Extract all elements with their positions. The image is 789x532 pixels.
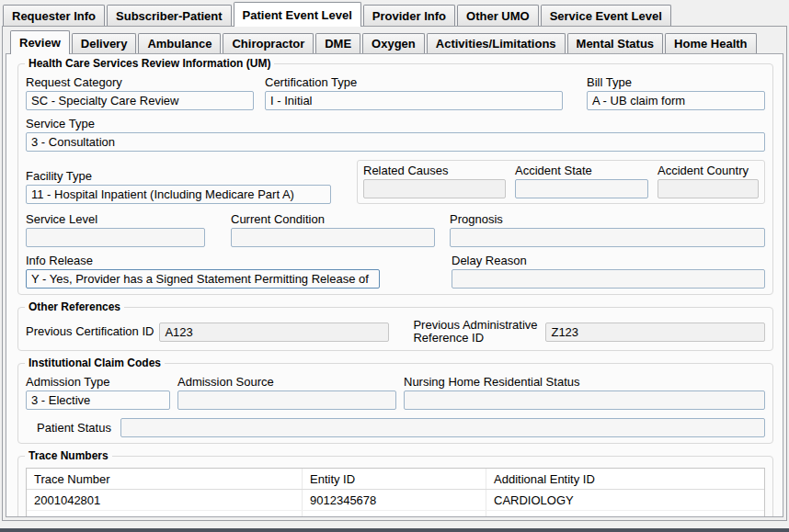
patient-status-input[interactable]: [120, 418, 765, 437]
tab-dme[interactable]: DME: [315, 33, 360, 53]
facility-type-label: Facility Type: [26, 169, 331, 183]
bill-type-label: Bill Type: [587, 75, 765, 89]
accident-state-field: Accident State: [515, 164, 648, 198]
trace-number-cell: [27, 511, 303, 517]
tab-other-umo[interactable]: Other UMO: [457, 5, 539, 26]
current-condition-label: Current Condition: [231, 212, 435, 226]
nursing-home-residential-status-input[interactable]: [404, 391, 765, 410]
delay-reason-input[interactable]: [452, 269, 765, 289]
previous-admin-reference-id-label: Previous Administrative Reference ID: [413, 319, 540, 345]
application-window: Requester Info Subscriber-Patient Patien…: [0, 0, 789, 532]
admission-source-input[interactable]: [177, 391, 396, 410]
table-row[interactable]: [27, 510, 764, 517]
other-references-row: Previous Certification ID A123 Previous …: [26, 319, 765, 345]
service-type-field: Service Type 3 - Consultation: [26, 117, 765, 152]
tab-activities-limitations[interactable]: Activities/Limitations: [427, 33, 566, 53]
institutional-row-2: Patient Status: [26, 418, 765, 437]
sub-tab-bar: Review Delivery Ambulance Chiropractor D…: [6, 30, 783, 53]
table-header-row: Trace Number Entity ID Additional Entity…: [27, 469, 764, 490]
tab-service-event-level[interactable]: Service Event Level: [541, 5, 671, 26]
trace-numbers-group: Trace Numbers Trace Number Entity ID Add…: [17, 456, 773, 517]
top-tab-bar: Requester Info Subscriber-Patient Patien…: [0, 2, 789, 26]
nursing-home-residential-status-field: Nursing Home Residential Status: [404, 375, 765, 410]
nursing-home-residential-status-label: Nursing Home Residential Status: [404, 375, 765, 389]
review-page: Health Care Services Review Information …: [6, 53, 783, 517]
tab-ambulance[interactable]: Ambulance: [138, 33, 221, 53]
previous-certification-id-label: Previous Certification ID: [26, 325, 154, 338]
entity-id-cell: [303, 511, 486, 517]
column-header-additional-entity-id[interactable]: Additional Entity ID: [486, 469, 764, 489]
accident-country-input[interactable]: [658, 179, 759, 198]
related-causes-input[interactable]: [363, 179, 506, 198]
trace-numbers-table: Trace Number Entity ID Additional Entity…: [26, 468, 765, 517]
institutional-claim-codes-group: Institutional Claim Codes Admission Type…: [17, 363, 773, 444]
tab-requester-info[interactable]: Requester Info: [3, 5, 105, 26]
other-references-group: Other References Previous Certification …: [17, 307, 773, 351]
admission-type-field: Admission Type 3 - Elective: [26, 375, 170, 410]
column-header-trace-number[interactable]: Trace Number: [27, 469, 303, 489]
certification-type-label: Certification Type: [265, 75, 563, 89]
tab-chiropractor[interactable]: Chiropractor: [223, 33, 314, 53]
um-row-3: Facility Type 11 - Hospital Inpatient (I…: [26, 160, 765, 204]
request-category-input[interactable]: SC - Specialty Care Review: [26, 91, 254, 110]
trace-numbers-title: Trace Numbers: [25, 449, 112, 462]
tab-review[interactable]: Review: [10, 30, 70, 54]
info-release-input[interactable]: Y - Yes, Provider has a Signed Statement…: [26, 269, 380, 289]
entity-id-cell: 9012345678: [303, 490, 486, 510]
admission-type-input[interactable]: 3 - Elective: [26, 391, 170, 410]
window-lower-margin: [0, 521, 789, 528]
institutional-row-1: Admission Type 3 - Elective Admission So…: [26, 375, 765, 410]
um-review-group: Health Care Services Review Information …: [17, 63, 773, 295]
column-header-entity-id[interactable]: Entity ID: [303, 469, 486, 489]
service-type-label: Service Type: [26, 117, 765, 130]
tab-oxygen[interactable]: Oxygen: [362, 33, 425, 53]
bill-type-input[interactable]: A - UB claim form: [587, 91, 765, 110]
table-row[interactable]: 2001042801 9012345678 CARDIOLOGY: [27, 490, 764, 510]
tab-patient-event-level[interactable]: Patient Event Level: [234, 2, 361, 27]
facility-type-field: Facility Type 11 - Hospital Inpatient (I…: [26, 169, 331, 204]
service-level-input[interactable]: [26, 228, 205, 247]
bill-type-field: Bill Type A - UB claim form: [587, 75, 765, 110]
info-release-field: Info Release Y - Yes, Provider has a Sig…: [26, 254, 380, 289]
service-type-input[interactable]: 3 - Consultation: [26, 132, 765, 152]
um-row-1: Request Category SC - Specialty Care Rev…: [26, 75, 765, 110]
admission-type-label: Admission Type: [26, 375, 170, 389]
um-row-5: Info Release Y - Yes, Provider has a Sig…: [26, 254, 765, 289]
tab-mental-status[interactable]: Mental Status: [567, 33, 664, 53]
tab-provider-info[interactable]: Provider Info: [363, 5, 455, 26]
additional-entity-id-cell: CARDIOLOGY: [486, 490, 764, 510]
previous-admin-reference-id-input[interactable]: Z123: [545, 323, 765, 342]
related-causes-label: Related Causes: [363, 164, 506, 177]
additional-entity-id-cell: [486, 511, 764, 517]
admission-source-field: Admission Source: [177, 375, 396, 410]
certification-type-field: Certification Type I - Initial: [265, 75, 563, 110]
tab-delivery[interactable]: Delivery: [72, 33, 137, 53]
delay-reason-field: Delay Reason: [452, 254, 765, 289]
prognosis-input[interactable]: [450, 228, 765, 247]
accident-state-input[interactable]: [515, 179, 648, 198]
trace-number-cell: 2001042801: [27, 490, 303, 510]
related-causes-panel: Related Causes Accident State Accident C…: [357, 160, 765, 204]
current-condition-input[interactable]: [231, 228, 435, 247]
prognosis-label: Prognosis: [450, 212, 765, 226]
other-references-title: Other References: [25, 300, 124, 313]
service-level-label: Service Level: [26, 212, 205, 226]
facility-type-input[interactable]: 11 - Hospital Inpatient (Including Medic…: [26, 185, 331, 204]
previous-certification-id-input[interactable]: A123: [159, 323, 389, 342]
tab-home-health[interactable]: Home Health: [665, 33, 756, 53]
request-category-field: Request Category SC - Specialty Care Rev…: [26, 75, 254, 110]
tab-subscriber-patient[interactable]: Subscriber-Patient: [107, 5, 232, 26]
um-row-4: Service Level Current Condition Prognosi…: [26, 212, 765, 247]
prognosis-field: Prognosis: [450, 212, 765, 247]
certification-type-input[interactable]: I - Initial: [265, 91, 563, 110]
request-category-label: Request Category: [26, 75, 254, 89]
info-release-label: Info Release: [26, 254, 380, 267]
related-causes-field: Related Causes: [363, 164, 506, 198]
delay-reason-label: Delay Reason: [452, 254, 765, 267]
institutional-claim-codes-title: Institutional Claim Codes: [25, 357, 165, 369]
current-condition-field: Current Condition: [231, 212, 435, 247]
accident-country-field: Accident Country: [658, 164, 759, 198]
service-level-field: Service Level: [26, 212, 205, 247]
patient-status-label: Patient Status: [37, 422, 111, 435]
accident-country-label: Accident Country: [658, 164, 759, 177]
